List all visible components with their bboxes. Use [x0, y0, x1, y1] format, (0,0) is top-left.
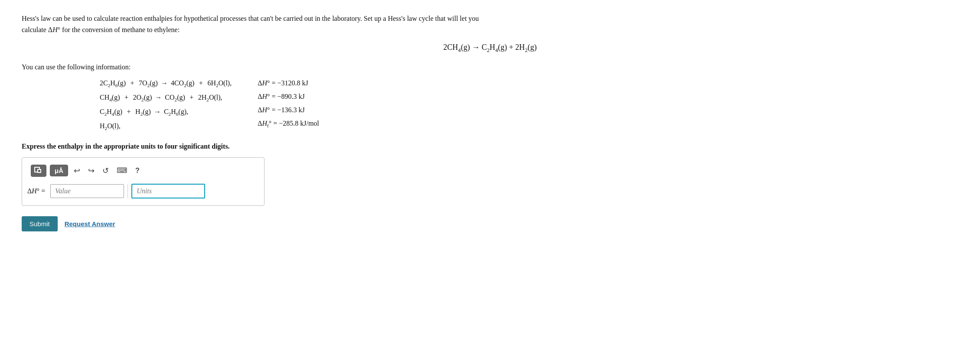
rxn1-product2: 6H2O(l),	[207, 77, 232, 90]
rxn2-plus2: +	[188, 91, 196, 103]
rxn3-reactant2: H2(g)	[135, 106, 151, 118]
mu-icon: μÅ	[55, 167, 63, 174]
two-squares-icon	[34, 167, 43, 175]
instruction-label: Express the enthalpy in the appropriate …	[22, 143, 958, 150]
units-input[interactable]	[131, 184, 205, 198]
request-answer-label: Request Answer	[65, 220, 115, 228]
rxn1-reactant2: 7O2(g)	[139, 77, 158, 90]
delta-h-label: ΔH° =	[27, 187, 45, 195]
rxn3-plus1: +	[125, 106, 133, 117]
value-input[interactable]	[50, 184, 124, 198]
redo-button[interactable]: ↪	[86, 165, 97, 177]
template-button[interactable]	[31, 165, 46, 177]
dh1: ΔH° = −3120.8 kJ	[258, 77, 308, 89]
reactions-equations: 2C2H6(g) + 7O2(g) → 4CO2(g) + 6H2O(l), C…	[100, 77, 232, 133]
dh-row-2: ΔH° = −890.3 kJ	[258, 91, 319, 102]
submit-button[interactable]: Submit	[22, 216, 58, 231]
undo-button[interactable]: ↩	[72, 165, 82, 177]
mu-button[interactable]: μÅ	[50, 165, 68, 176]
help-button[interactable]: ?	[133, 166, 142, 176]
redo-icon: ↪	[88, 166, 95, 176]
submit-label: Submit	[29, 220, 50, 228]
dh2: ΔH° = −890.3 kJ	[258, 91, 305, 102]
keyboard-icon: ⌨	[117, 166, 127, 175]
refresh-button[interactable]: ↺	[100, 165, 111, 177]
refresh-icon: ↺	[102, 166, 109, 176]
rxn4-left: H2O(l),	[100, 120, 121, 133]
rxn3-product1: C2H6(g),	[164, 106, 188, 118]
reaction-row-4: H2O(l),	[100, 120, 232, 133]
rxn1-plus2: +	[197, 77, 205, 89]
dh-row-4: ΔHf° = −285.8 kJ/mol	[258, 117, 319, 130]
rxn2-product1: CO2(g)	[165, 91, 185, 104]
reactions-table: 2C2H6(g) + 7O2(g) → 4CO2(g) + 6H2O(l), C…	[100, 77, 958, 133]
question-mark-icon: ?	[135, 167, 140, 175]
rxn1-plus1: +	[128, 77, 136, 89]
rxn2-arrow: →	[154, 91, 162, 103]
problem-intro: Hess's law can be used to calculate reac…	[22, 13, 499, 35]
toolbar: μÅ ↩ ↪ ↺ ⌨ ?	[27, 162, 259, 179]
rxn2-reactant2: 2O2(g)	[133, 91, 152, 104]
rxn3-arrow: →	[154, 106, 161, 117]
rxn1-left: 2C2H6(g)	[100, 77, 126, 90]
dh-row-1: ΔH° = −3120.8 kJ	[258, 77, 319, 89]
rxn3-left: C2H4(g)	[100, 106, 122, 118]
rxn2-plus1: +	[122, 91, 130, 103]
reaction-row-1: 2C2H6(g) + 7O2(g) → 4CO2(g) + 6H2O(l),	[100, 77, 232, 90]
dh3: ΔH° = −136.3 kJ	[258, 104, 305, 116]
bottom-buttons: Submit Request Answer	[22, 216, 958, 231]
reaction-row-3: C2H4(g) + H2(g) → C2H6(g),	[100, 106, 232, 118]
reactions-dh: ΔH° = −3120.8 kJ ΔH° = −890.3 kJ ΔH° = −…	[258, 77, 319, 130]
rxn2-left: CH4(g)	[100, 91, 120, 104]
rxn2-product2: 2H2O(l),	[198, 91, 222, 104]
intro-text: Hess's law can be used to calculate reac…	[22, 15, 479, 33]
rxn1-product1: 4CO2(g)	[171, 77, 194, 90]
dh4: ΔHf° = −285.8 kJ/mol	[258, 117, 319, 130]
reaction-row-2: CH4(g) + 2O2(g) → CO2(g) + 2H2O(l),	[100, 91, 232, 104]
rxn1-arrow: →	[160, 77, 168, 89]
answer-box: μÅ ↩ ↪ ↺ ⌨ ? ΔH° =	[22, 157, 265, 206]
request-answer-button[interactable]: Request Answer	[65, 220, 115, 228]
info-label: You can use the following information:	[22, 63, 958, 71]
undo-icon: ↩	[74, 166, 80, 176]
main-reaction: 2CH4(g) → C2H4(g) + 2H2(g)	[22, 43, 958, 54]
keyboard-button[interactable]: ⌨	[114, 165, 130, 176]
input-divider	[127, 184, 128, 198]
input-row: ΔH° =	[27, 184, 259, 198]
dh-row-3: ΔH° = −136.3 kJ	[258, 104, 319, 116]
